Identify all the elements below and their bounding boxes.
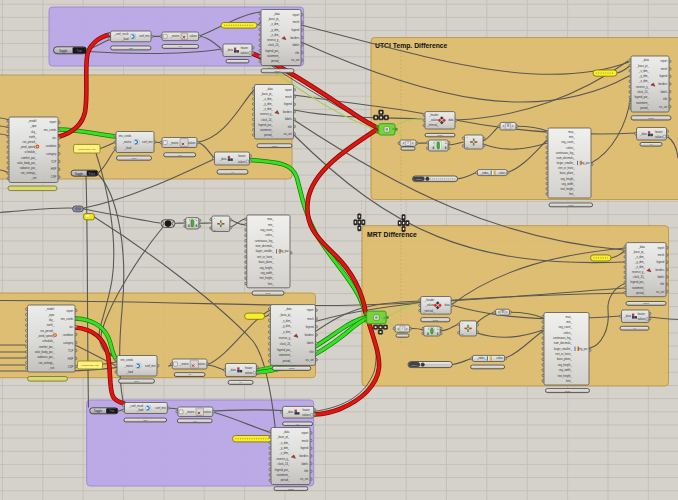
svg-text:_epw: _epw <box>29 125 36 128</box>
svg-text:_base_pt_: _base_pt_ <box>276 435 290 439</box>
svg-text:clock_24_: clock_24_ <box>278 462 290 466</box>
svg-text:legend_par_: legend_par_ <box>258 123 273 127</box>
svg-text:report: report <box>307 308 314 312</box>
svg-text:reverse_y_: reverse_y_ <box>632 270 645 274</box>
svg-text:_run: _run <box>48 366 55 370</box>
svg-text:min_: min_ <box>566 320 572 324</box>
svg-text:text_height_: text_height_ <box>259 276 274 280</box>
svg-text:labels: labels <box>285 117 292 121</box>
svg-text:_y_dim_: _y_dim_ <box>281 324 292 328</box>
svg-text:seg_count_: seg_count_ <box>558 325 572 329</box>
svg-text:conf_mtx: conf_mtx <box>145 364 156 368</box>
svg-text:clock_24_: clock_24_ <box>261 118 273 122</box>
svg-text:_wind_speed_: _wind_speed_ <box>36 334 54 338</box>
svg-text:colors: colors <box>496 356 504 360</box>
svg-text:_load: _load <box>121 37 129 41</box>
svg-text:A: A <box>188 224 190 228</box>
svg-text:statement_: statement_ <box>636 101 649 105</box>
svg-text:solar_body_par_: solar_body_par_ <box>17 161 37 165</box>
svg-text:_run: _run <box>30 176 37 180</box>
svg-text:_y_dim_: _y_dim_ <box>269 28 280 32</box>
svg-text:clock_24_: clock_24_ <box>268 43 280 47</box>
svg-text:text_height_: text_height_ <box>561 187 576 191</box>
svg-text:_data: _data <box>225 48 233 52</box>
svg-text:_interval_: _interval_ <box>422 309 435 313</box>
svg-text:_z_dim_: _z_dim_ <box>278 451 289 455</box>
svg-text:M: M <box>502 310 504 314</box>
svg-text:_data: _data <box>265 87 273 91</box>
svg-text:_wind_speed_: _wind_speed_ <box>19 145 37 149</box>
svg-text:_data: _data <box>623 314 631 318</box>
svg-text:Hr: Hr <box>231 171 234 174</box>
svg-text:M: M <box>507 124 509 128</box>
svg-text:clock_24_: clock_24_ <box>637 90 649 94</box>
svg-text:env_conds: env_conds <box>120 358 133 362</box>
svg-text:heater: heater <box>302 408 309 412</box>
svg-text:_y_dim_: _y_dim_ <box>634 260 645 264</box>
svg-text:_x_dim_: _x_dim_ <box>262 97 273 101</box>
svg-text:CSP: CSP <box>51 175 57 179</box>
svg-text:report: report <box>301 431 308 435</box>
svg-text:Conf: Conf <box>131 157 136 160</box>
svg-text:seg_width_: seg_width_ <box>559 368 573 372</box>
svg-text:legend_par_: legend_par_ <box>630 280 645 284</box>
svg-text:_epw: _epw <box>47 314 54 317</box>
svg-text:leg_par: leg_par <box>579 347 588 351</box>
svg-text:labels: labels <box>660 90 667 94</box>
svg-text:base_plane_: base_plane_ <box>557 357 572 361</box>
svg-text:colors_: colors_ <box>265 233 274 237</box>
svg-text:_data: _data <box>272 12 280 16</box>
svg-text:borders: borders <box>290 36 299 40</box>
svg-text:values: values <box>204 410 212 414</box>
svg-text:data: data <box>448 118 454 122</box>
svg-text:env_conds: env_conds <box>44 128 57 132</box>
svg-text:clock_24_: clock_24_ <box>633 275 645 279</box>
svg-text:font_: font_ <box>268 282 274 286</box>
svg-text:Hr: Hr <box>296 423 299 426</box>
svg-text:base_plane_: base_plane_ <box>560 171 575 175</box>
svg-text:_y_dim_: _y_dim_ <box>278 446 289 450</box>
svg-text:base_plane_: base_plane_ <box>259 260 274 264</box>
svg-text:_values: _values <box>429 118 440 122</box>
svg-text:seg_height_: seg_height_ <box>259 266 274 270</box>
svg-text:CSP: CSP <box>68 365 74 369</box>
svg-text:run_settings_: run_settings_ <box>39 361 55 365</box>
svg-text:_index_: _index_ <box>476 356 487 360</box>
svg-text:_matrix: _matrix <box>170 34 180 38</box>
svg-text:vis_set: vis_set <box>656 290 664 294</box>
svg-text:heater: heater <box>655 130 662 134</box>
svg-text:title: title <box>288 125 293 129</box>
svg-text:report: report <box>292 13 299 17</box>
svg-text:Chart: Chart <box>643 302 649 305</box>
svg-text:_z_dim_: _z_dim_ <box>638 79 649 83</box>
svg-text:_x_dim_: _x_dim_ <box>638 69 649 73</box>
svg-text:num_decimals_: num_decimals_ <box>557 156 576 160</box>
svg-text:HSP: HSP <box>51 167 57 171</box>
svg-text:report: report <box>49 120 56 124</box>
svg-text:Chart: Chart <box>289 367 295 370</box>
svg-text:Cfa: Cfa <box>129 47 133 50</box>
svg-text:vis_set: vis_set <box>300 477 308 481</box>
svg-text:A: A <box>433 146 435 150</box>
svg-text:UTCI Temp. Difference: UTCI Temp. Difference <box>375 42 448 50</box>
svg-text:values: values <box>188 141 196 145</box>
svg-text:_x_dim_: _x_dim_ <box>269 22 280 26</box>
svg-text:_z_dim_: _z_dim_ <box>269 33 280 37</box>
svg-text:vert_or_horiz_: vert_or_horiz_ <box>558 166 575 170</box>
svg-text:_x_dim_: _x_dim_ <box>278 441 289 445</box>
svg-text:LPar: LPar <box>265 292 270 295</box>
svg-text:C: C <box>445 141 447 145</box>
svg-text:_matrix: _matrix <box>122 140 132 144</box>
svg-text:statement_: statement_ <box>279 353 292 357</box>
svg-text:north_: north_ <box>29 135 37 139</box>
svg-text:font_: font_ <box>569 192 575 196</box>
svg-text:period_: period_ <box>281 478 290 482</box>
svg-text:seg_width_: seg_width_ <box>562 182 576 186</box>
svg-text:text_height_: text_height_ <box>558 374 573 378</box>
svg-text:_values: _values <box>424 303 435 307</box>
svg-text:_matrix: _matrix <box>179 362 189 366</box>
svg-text:values: values <box>245 371 253 375</box>
svg-text:_load: _load <box>124 146 132 150</box>
svg-text:_x_dim_: _x_dim_ <box>281 319 292 323</box>
svg-text:report: report <box>285 88 292 92</box>
